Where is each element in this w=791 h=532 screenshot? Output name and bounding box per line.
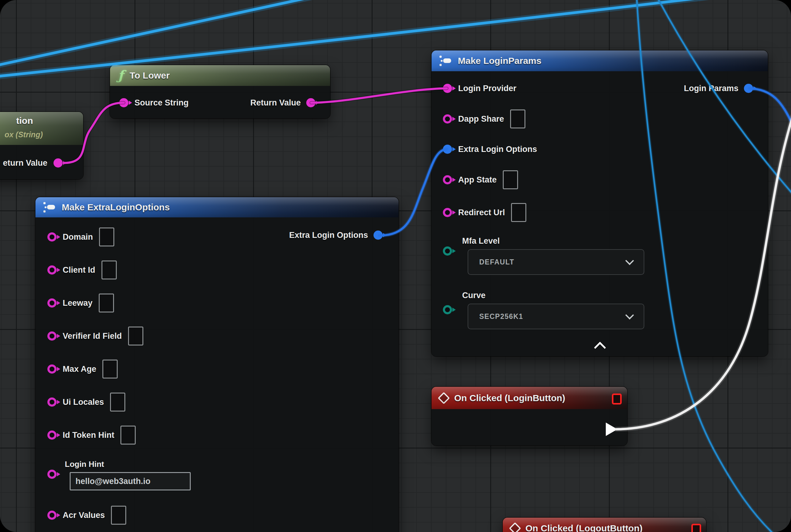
app-state-pin[interactable] [443,175,452,184]
ui-locales-label: Ui Locales [63,397,104,407]
ui-locales-value-box[interactable] [110,393,125,412]
mfa-level-value: DEFAULT [479,258,515,266]
function-icon: ƒ [118,69,123,82]
event-icon [509,522,521,532]
acr-values-value-box[interactable] [111,506,126,525]
exec-output-pin[interactable] [606,422,617,436]
source-string-label: Source String [134,98,189,108]
node-on-clicked-login-button[interactable]: On Clicked (LoginButton) [431,387,627,445]
login-hint-input-box[interactable] [70,472,191,490]
node-on-clicked-logout-header[interactable]: On Clicked (LogoutButton) [503,518,706,532]
source-string-pin[interactable] [119,98,128,107]
client-id-label: Client Id [63,265,95,275]
client-id-pin[interactable] [47,265,57,274]
make-struct-icon [43,201,56,213]
leeway-pin[interactable] [47,299,57,308]
extra-login-options-in-label: Extra Login Options [458,145,537,154]
id-token-hint-pin[interactable] [47,431,57,440]
id-token-hint-value-box[interactable] [120,425,136,444]
delegate-pin-icon[interactable] [691,524,701,532]
dapp-share-value-box[interactable] [510,110,525,128]
node-subtitle: ox (String) [5,130,43,139]
node-title: To Lower [130,70,170,81]
app-state-label: App State [458,175,497,185]
verifier-id-field-pin[interactable] [47,331,57,341]
node-on-clicked-logout-button[interactable]: On Clicked (LogoutButton) [503,518,706,532]
node-title: tion [16,116,33,126]
redirect-url-label: Redirect Url [458,208,505,217]
magenta-wire-tolower-to-loginprovider [311,88,447,103]
client-id-value-box[interactable] [101,261,117,280]
extra-login-options-out-pin[interactable] [373,230,383,240]
max-age-label: Max Age [63,364,96,374]
return-value-label: Return Value [250,98,301,108]
login-params-out-pin[interactable] [744,84,753,93]
node-make-login-params-header[interactable]: Make LoginParams [431,51,768,71]
login-hint-input[interactable] [75,476,186,487]
chevron-down-icon [625,256,634,265]
login-hint-label: Login Hint [65,459,104,469]
mfa-level-dropdown[interactable]: DEFAULT [468,249,644,275]
mfa-level-label: Mfa Level [462,236,500,246]
chevron-down-icon [625,311,634,320]
curve-value: SECP256K1 [479,312,523,321]
node-make-login-params[interactable]: Make LoginParams Login Provider Login Pa… [431,51,768,356]
node-to-lower-header[interactable]: ƒ To Lower [110,65,330,86]
redirect-url-pin[interactable] [443,208,452,217]
domain-value-box[interactable] [99,227,114,246]
dapp-share-pin[interactable] [443,114,452,124]
id-token-hint-label: Id Token Hint [63,431,114,440]
collapse-node-button[interactable] [594,342,606,354]
domain-pin[interactable] [47,232,57,242]
leeway-label: Leeway [63,299,93,308]
redirect-url-value-box[interactable] [511,203,526,222]
app-state-value-box[interactable] [503,170,518,189]
max-age-value-box[interactable] [102,360,118,379]
node-title: On Clicked (LogoutButton) [525,523,642,532]
blueprint-graph-canvas[interactable]: tion ox (String) eturn Value ƒ To Lower … [0,0,791,532]
leeway-value-box[interactable] [99,293,114,312]
curve-dropdown[interactable]: SECP256K1 [468,304,644,329]
extra-login-options-in-pin[interactable] [443,145,452,154]
make-struct-icon [440,55,452,67]
node-on-clicked-login-header[interactable]: On Clicked (LoginButton) [431,387,627,409]
verifier-id-field-value-box[interactable] [128,326,143,345]
return-value-pin-label: eturn Value [0,158,47,168]
login-provider-label: Login Provider [458,84,517,93]
curve-pin[interactable] [443,305,452,314]
curve-label: Curve [462,291,486,300]
return-value-pin[interactable] [54,158,63,168]
extra-login-options-out-label: Extra Login Options [289,230,368,240]
delegate-pin-icon[interactable] [612,394,622,404]
node-make-extra-login-options[interactable]: Make ExtraLoginOptions Domain Client Id … [36,197,399,532]
blueprint-editor: tion ox (String) eturn Value ƒ To Lower … [0,0,791,532]
mfa-level-pin[interactable] [443,246,452,255]
max-age-pin[interactable] [47,364,57,374]
node-partial-function-header[interactable]: tion ox (String) [0,112,83,145]
ui-locales-pin[interactable] [47,397,57,407]
cyan-wire-top-left-upper [0,0,333,66]
node-title: Make ExtraLoginOptions [62,202,170,212]
node-make-extra-login-options-header[interactable]: Make ExtraLoginOptions [36,197,399,217]
login-hint-pin[interactable] [47,470,57,479]
node-title: On Clicked (LoginButton) [454,393,565,403]
login-provider-pin[interactable] [443,84,452,93]
domain-label: Domain [63,232,93,242]
node-title: Make LoginParams [458,56,541,66]
return-value-pin[interactable] [306,98,315,107]
verifier-id-field-label: Verifier Id Field [63,331,122,341]
node-partial-function[interactable]: tion ox (String) eturn Value [0,112,83,179]
acr-values-pin[interactable] [47,511,57,520]
event-icon [438,392,450,404]
acr-values-label: Acr Values [63,511,105,520]
login-params-out-label: Login Params [684,84,738,93]
node-to-lower[interactable]: ƒ To Lower Source String Return Value [110,65,330,118]
dapp-share-label: Dapp Share [458,114,504,124]
